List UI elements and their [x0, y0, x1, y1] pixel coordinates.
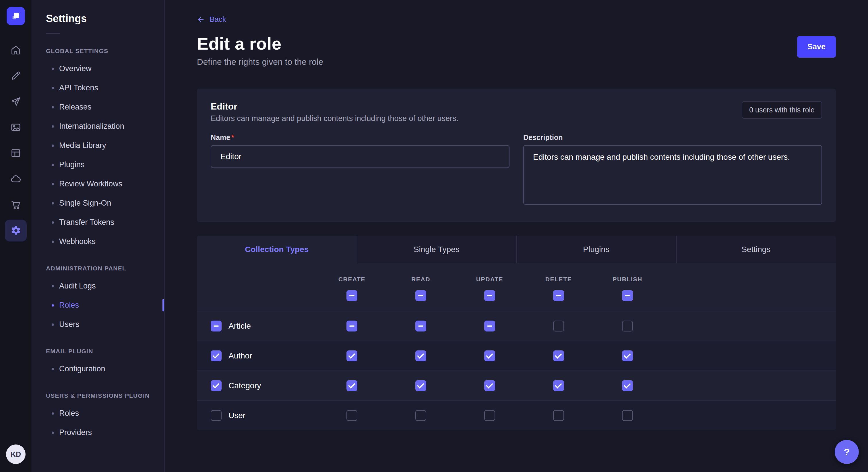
select-all-update-checkbox[interactable] — [484, 290, 495, 301]
description-field-group: Description Editors can manage and publi… — [523, 133, 822, 207]
role-details-card: Editor Editors can manage and publish co… — [197, 89, 836, 222]
cart-icon[interactable] — [5, 194, 27, 216]
avatar[interactable]: KD — [6, 444, 26, 464]
bullet-icon — [52, 183, 54, 185]
sidebar-item-label: Media Library — [59, 141, 106, 150]
images-icon[interactable] — [5, 116, 27, 138]
users-count-badge: 0 users with this role — [742, 101, 822, 119]
bullet-icon — [52, 368, 54, 370]
save-button[interactable]: Save — [797, 36, 836, 58]
article-create-checkbox[interactable] — [346, 321, 358, 332]
select-all-publish-checkbox[interactable] — [622, 290, 633, 301]
category-create-checkbox[interactable] — [346, 380, 358, 391]
permissions-card: Collection TypesSingle TypesPluginsSetti… — [197, 236, 836, 430]
tab-collection-types[interactable]: Collection Types — [197, 236, 357, 263]
sidebar-item-roles[interactable]: Roles — [32, 404, 164, 423]
name-input[interactable] — [211, 145, 509, 168]
layout-icon[interactable] — [5, 142, 27, 164]
select-all-read-checkbox[interactable] — [415, 290, 426, 301]
bullet-icon — [52, 106, 54, 108]
role-description-text: Editors can manage and publish contents … — [211, 114, 458, 123]
sidebar-section-heading-global-settings: GLOBAL SETTINGS — [32, 34, 164, 59]
tab-plugins[interactable]: Plugins — [516, 236, 676, 263]
user-read-checkbox[interactable] — [415, 410, 426, 421]
category-read-checkbox[interactable] — [415, 380, 426, 391]
sidebar-item-overview[interactable]: Overview — [32, 59, 164, 78]
select-all-create-checkbox[interactable] — [346, 290, 358, 301]
sidebar-item-releases[interactable]: Releases — [32, 98, 164, 117]
permission-row-user: User — [197, 400, 836, 430]
sidebar-item-label: Plugins — [59, 160, 85, 169]
article-update-checkbox[interactable] — [484, 321, 495, 332]
tab-single-types[interactable]: Single Types — [357, 236, 517, 263]
sidebar-item-webhooks[interactable]: Webhooks — [32, 232, 164, 251]
row-label-cell: Category — [197, 380, 317, 391]
user-row-checkbox[interactable] — [211, 410, 222, 421]
nav-rail: KD — [0, 0, 32, 472]
strapi-logo[interactable] — [7, 7, 25, 25]
tab-settings[interactable]: Settings — [676, 236, 836, 263]
sidebar-item-label: Webhooks — [59, 237, 96, 246]
author-publish-checkbox[interactable] — [622, 350, 633, 361]
user-publish-checkbox[interactable] — [622, 410, 633, 421]
sidebar-item-label: Overview — [59, 64, 92, 73]
main-content: Back Edit a role Define the rights given… — [165, 0, 868, 472]
description-input[interactable]: Editors can manage and publish contents … — [523, 145, 822, 205]
sidebar-item-internationalization[interactable]: Internationalization — [32, 117, 164, 136]
author-row-checkbox[interactable] — [211, 350, 222, 361]
author-read-checkbox[interactable] — [415, 350, 426, 361]
name-label-text: Name — [211, 133, 230, 141]
row-label: Article — [228, 322, 251, 331]
row-label: User — [228, 411, 245, 420]
back-link[interactable]: Back — [197, 15, 226, 24]
paper-plane-icon[interactable] — [5, 91, 27, 112]
column-header-read: READ — [386, 276, 455, 283]
sidebar-item-label: API Tokens — [59, 83, 98, 92]
sidebar-item-roles[interactable]: Roles — [32, 296, 164, 315]
author-create-checkbox[interactable] — [346, 350, 358, 361]
article-publish-checkbox[interactable] — [622, 321, 633, 332]
article-row-checkbox[interactable] — [211, 321, 222, 332]
sidebar-item-audit-logs[interactable]: Audit Logs — [32, 276, 164, 296]
sidebar-item-api-tokens[interactable]: API Tokens — [32, 78, 164, 98]
user-delete-checkbox[interactable] — [553, 410, 564, 421]
bullet-icon — [52, 285, 54, 287]
author-update-checkbox[interactable] — [484, 350, 495, 361]
sidebar-item-providers[interactable]: Providers — [32, 423, 164, 442]
sidebar-item-media-library[interactable]: Media Library — [32, 136, 164, 155]
back-label: Back — [210, 15, 226, 24]
author-delete-checkbox[interactable] — [553, 350, 564, 361]
column-header-update: UPDATE — [455, 276, 524, 283]
settings-sidebar: Settings GLOBAL SETTINGSOverviewAPI Toke… — [32, 0, 165, 472]
sidebar-item-single-sign-on[interactable]: Single Sign-On — [32, 194, 164, 213]
article-read-checkbox[interactable] — [415, 321, 426, 332]
sidebar-item-plugins[interactable]: Plugins — [32, 155, 164, 174]
category-delete-checkbox[interactable] — [553, 380, 564, 391]
user-update-checkbox[interactable] — [484, 410, 495, 421]
category-publish-checkbox[interactable] — [622, 380, 633, 391]
rail-icons — [5, 39, 27, 241]
help-button[interactable]: ? — [835, 440, 859, 464]
sidebar-item-review-workflows[interactable]: Review Workflows — [32, 174, 164, 194]
pen-icon[interactable] — [5, 65, 27, 87]
bullet-icon — [52, 412, 54, 415]
name-field-group: Name* — [211, 133, 509, 168]
sidebar-section-heading-administration-panel: ADMINISTRATION PANEL — [32, 251, 164, 276]
sidebar-item-label: Releases — [59, 103, 92, 111]
app-root: KD Settings GLOBAL SETTINGSOverviewAPI T… — [0, 0, 868, 472]
sidebar-item-transfer-tokens[interactable]: Transfer Tokens — [32, 213, 164, 232]
home-icon[interactable] — [5, 39, 27, 61]
user-create-checkbox[interactable] — [346, 410, 358, 421]
sidebar-item-label: Internationalization — [59, 122, 124, 131]
category-row-checkbox[interactable] — [211, 380, 222, 391]
row-label: Author — [228, 351, 252, 361]
select-all-delete-checkbox[interactable] — [553, 290, 564, 301]
sidebar-header: Settings — [32, 12, 164, 34]
question-icon: ? — [844, 446, 850, 458]
sidebar-item-users[interactable]: Users — [32, 315, 164, 334]
cloud-icon[interactable] — [5, 168, 27, 190]
category-update-checkbox[interactable] — [484, 380, 495, 391]
article-delete-checkbox[interactable] — [553, 321, 564, 332]
sidebar-item-configuration[interactable]: Configuration — [32, 359, 164, 378]
gear-icon[interactable] — [5, 220, 27, 241]
